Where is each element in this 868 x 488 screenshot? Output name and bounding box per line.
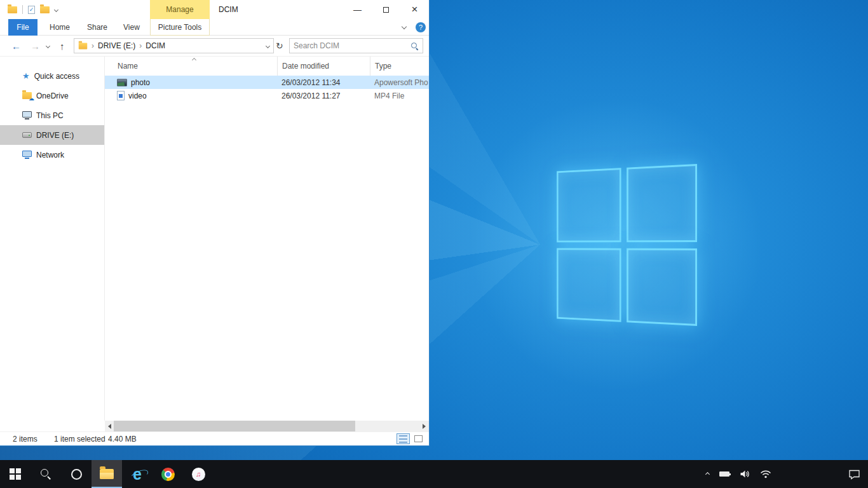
scrollbar-thumb[interactable] [114, 421, 355, 431]
horizontal-scrollbar[interactable] [105, 421, 429, 431]
customize-toolbar-chevron-icon[interactable] [54, 7, 58, 11]
file-type: MP4 File [370, 92, 429, 100]
taskbar-internet-explorer-button[interactable]: e [122, 460, 153, 488]
volume-icon[interactable] [740, 470, 750, 478]
action-center-button[interactable] [848, 460, 860, 488]
drive-icon [22, 132, 32, 138]
column-header-name[interactable]: Name [105, 57, 277, 76]
sidebar-item-quick-access[interactable]: ★ Quick access [0, 66, 104, 86]
network-icon [22, 151, 32, 157]
quick-access-toolbar: ✓ [8, 0, 58, 19]
status-item-count: 2 items [13, 435, 54, 444]
windows-logo [557, 164, 697, 326]
details-view-button[interactable] [397, 433, 410, 444]
close-button[interactable]: × [400, 0, 429, 19]
tab-view[interactable]: View [123, 19, 140, 36]
network-wifi-icon[interactable] [760, 470, 771, 478]
start-button[interactable] [0, 460, 31, 488]
file-row-video[interactable]: video 26/03/2012 11:27 MP4 File [105, 89, 429, 102]
file-date-modified: 26/03/2012 11:27 [277, 92, 370, 100]
show-hidden-icons-chevron-icon[interactable] [705, 471, 710, 476]
internet-explorer-icon: e [133, 466, 142, 482]
itunes-icon: ♫ [192, 468, 205, 481]
taskbar-chrome-button[interactable] [153, 460, 183, 488]
maximize-icon [383, 7, 389, 13]
help-button[interactable]: ? [416, 22, 426, 32]
address-bar-row: ← → ↑ › DRIVE (E:) › DCIM ↻ [0, 36, 429, 57]
taskbar-search-button[interactable] [31, 460, 61, 488]
battery-icon[interactable] [719, 471, 729, 477]
tab-share[interactable]: Share [87, 19, 107, 36]
scroll-left-arrow-icon[interactable] [108, 424, 111, 429]
forward-button[interactable]: → [31, 36, 40, 56]
file-explorer-window: ✓ Manage DCIM — × File Home Share View P… [0, 0, 430, 446]
address-bar[interactable]: › DRIVE (E:) › DCIM [74, 38, 274, 53]
photo-file-icon [117, 79, 127, 86]
window-title: DCIM [219, 0, 238, 19]
file-type: Apowersoft Pho [370, 78, 429, 87]
sidebar-item-label: OneDrive [36, 92, 69, 100]
ribbon-collapse-chevron-icon[interactable] [402, 24, 407, 29]
navigation-pane: ★ Quick access ☁ OneDrive This PC DRIVE … [0, 57, 105, 421]
title-bar: ✓ Manage DCIM — × [0, 0, 429, 19]
recent-locations-chevron-icon[interactable] [46, 36, 50, 56]
column-header-date-modified[interactable]: Date modified [277, 57, 370, 76]
view-mode-buttons [397, 433, 425, 444]
tab-picture-tools[interactable]: Picture Tools [150, 19, 210, 36]
breadcrumb-separator: › [92, 41, 94, 50]
windows-logo-pane [627, 248, 697, 326]
details-view-icon [399, 435, 407, 443]
tab-file[interactable]: File [8, 19, 37, 36]
sidebar-item-this-pc[interactable]: This PC [0, 105, 104, 125]
windows-logo-pane [557, 168, 621, 242]
windows-logo-pane [557, 248, 621, 322]
search-icon[interactable] [410, 42, 419, 50]
scroll-right-arrow-icon[interactable] [423, 424, 426, 429]
tab-home[interactable]: Home [50, 19, 70, 36]
sidebar-item-label: Network [36, 151, 64, 159]
sidebar-item-drive-e[interactable]: DRIVE (E:) [0, 125, 104, 145]
maximize-button[interactable] [372, 0, 400, 19]
search-input[interactable] [294, 41, 410, 50]
new-folder-icon[interactable] [40, 6, 50, 13]
taskbar: e ♫ [0, 460, 868, 488]
taskbar-file-explorer-button[interactable] [92, 460, 122, 488]
computer-icon [22, 111, 32, 118]
file-explorer-icon [100, 469, 114, 479]
breadcrumb-separator: › [139, 41, 142, 50]
sidebar-item-onedrive[interactable]: ☁ OneDrive [0, 86, 104, 105]
sidebar-item-label: This PC [36, 111, 64, 120]
back-button[interactable]: ← [11, 36, 21, 56]
file-name: photo [131, 78, 150, 87]
minimize-button[interactable]: — [343, 0, 372, 19]
properties-icon[interactable]: ✓ [28, 6, 35, 14]
sidebar-item-network[interactable]: Network [0, 145, 104, 165]
up-button[interactable]: ↑ [60, 36, 65, 56]
file-row-photo[interactable]: photo 26/03/2012 11:34 Apowersoft Pho [105, 76, 429, 89]
breadcrumb-folder[interactable]: DCIM [146, 41, 165, 50]
breadcrumb-drive[interactable]: DRIVE (E:) [98, 41, 135, 50]
column-headers: Name Date modified Type [105, 57, 429, 76]
file-name: video [128, 92, 147, 100]
search-icon [40, 468, 51, 480]
manage-contextual-tab[interactable]: Manage [150, 0, 210, 19]
search-box [289, 38, 423, 53]
windows-logo-pane [627, 164, 697, 242]
column-header-type[interactable]: Type [370, 57, 429, 76]
explorer-main: ★ Quick access ☁ OneDrive This PC DRIVE … [0, 57, 429, 421]
cloud-icon: ☁ [29, 96, 34, 102]
quick-access-star-icon: ★ [22, 72, 30, 80]
refresh-button[interactable]: ↻ [276, 36, 283, 56]
address-dropdown-chevron-icon[interactable] [266, 43, 270, 48]
toolbar-separator [22, 5, 23, 14]
onedrive-icon: ☁ [22, 92, 32, 99]
explorer-logo-icon [8, 6, 17, 13]
thumbnails-view-button[interactable] [412, 433, 425, 444]
cortana-button[interactable] [61, 460, 92, 488]
action-center-icon [848, 469, 860, 480]
taskbar-itunes-button[interactable]: ♫ [183, 460, 214, 488]
thumbnails-view-icon [414, 435, 423, 442]
chrome-icon [161, 468, 175, 481]
status-bar: 2 items 1 item selected 4.40 MB [0, 431, 429, 445]
sidebar-item-label: DRIVE (E:) [36, 131, 74, 140]
